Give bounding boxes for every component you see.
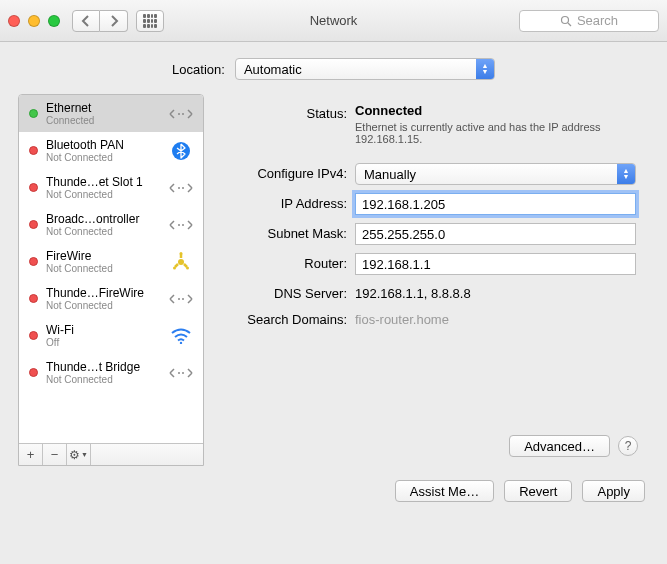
svg-point-14 [182,298,184,300]
status-dot-disconnected-icon [29,146,38,155]
bluetooth-icon [167,141,195,161]
add-interface-button[interactable]: + [19,444,43,465]
location-value: Automatic [244,62,302,77]
interface-item-ethernet[interactable]: Ethernet Connected [19,95,203,132]
search-placeholder: Search [577,13,618,28]
ip-address-label: IP Address: [217,193,355,211]
interface-name: Bluetooth PAN [46,138,167,152]
ethernet-icon [167,363,195,383]
content: Location: Automatic ▲▼ Ethernet Connecte… [0,42,667,514]
minimize-window-button[interactable] [28,15,40,27]
chevron-left-icon [81,15,91,27]
location-label: Location: [172,62,225,77]
interface-item-thunderbolt-firewire[interactable]: Thunde…FireWire Not Connected [19,280,203,317]
router-label: Router: [217,253,355,271]
gear-icon: ⚙ [69,448,80,462]
search-icon [560,15,572,27]
main-row: Ethernet Connected Bluetooth PAN Not Con… [18,94,649,466]
detail-pane: Status: Connected Ethernet is currently … [216,94,649,466]
configure-ipv4-select[interactable]: Manually ▲▼ [355,163,636,185]
svg-point-13 [178,298,180,300]
status-message: Ethernet is currently active and has the… [355,121,605,145]
status-dot-disconnected-icon [29,257,38,266]
interface-item-wifi[interactable]: Wi-Fi Off [19,317,203,354]
back-button[interactable] [72,10,100,32]
status-dot-disconnected-icon [29,368,38,377]
search-input[interactable]: Search [519,10,659,32]
ethernet-icon [167,215,195,235]
bottom-buttons: Assist Me… Revert Apply [18,480,649,502]
window-title: Network [310,13,358,28]
status-value: Connected [355,103,422,118]
dns-server-label: DNS Server: [217,283,355,301]
chevron-down-icon: ▼ [81,451,88,458]
forward-button[interactable] [100,10,128,32]
svg-point-11 [173,266,176,269]
svg-point-0 [561,16,568,23]
ip-address-input[interactable] [355,193,636,215]
interface-status: Not Connected [46,189,167,200]
svg-point-7 [178,224,180,226]
svg-point-8 [182,224,184,226]
revert-button[interactable]: Revert [504,480,572,502]
help-button[interactable]: ? [618,436,638,456]
interface-status: Not Connected [46,263,167,274]
svg-point-15 [180,341,182,343]
status-dot-disconnected-icon [29,294,38,303]
interface-text: Ethernet Connected [46,101,167,126]
search-domains-value: fios-router.home [355,309,648,327]
ethernet-icon [167,289,195,309]
interface-status: Not Connected [46,374,167,385]
interface-status: Not Connected [46,226,167,237]
firewire-icon [167,252,195,272]
close-window-button[interactable] [8,15,20,27]
location-select[interactable]: Automatic ▲▼ [235,58,495,80]
router-input[interactable] [355,253,636,275]
interface-item-thunderbolt-slot1[interactable]: Thunde…et Slot 1 Not Connected [19,169,203,206]
show-all-button[interactable] [136,10,164,32]
interface-status: Connected [46,115,167,126]
svg-point-17 [182,372,184,374]
interface-name: Wi-Fi [46,323,167,337]
select-arrows-icon: ▲▼ [617,164,635,184]
interface-name: Thunde…et Slot 1 [46,175,167,189]
advanced-button[interactable]: Advanced… [509,435,610,457]
status-label: Status: [217,103,355,121]
dns-server-value: 192.168.1.1, 8.8.8.8 [355,283,648,301]
titlebar: Network Search [0,0,667,42]
interface-text: Wi-Fi Off [46,323,167,348]
interface-item-firewire[interactable]: FireWire Not Connected [19,243,203,280]
location-row: Location: Automatic ▲▼ [18,58,649,80]
interface-item-bluetooth[interactable]: Bluetooth PAN Not Connected [19,132,203,169]
interface-name: Ethernet [46,101,167,115]
window-controls [8,15,60,27]
interface-item-thunderbolt-bridge[interactable]: Thunde…t Bridge Not Connected [19,354,203,391]
chevron-right-icon [109,15,119,27]
svg-point-9 [178,259,184,265]
svg-point-3 [182,113,184,115]
assist-me-button[interactable]: Assist Me… [395,480,494,502]
status-dot-disconnected-icon [29,220,38,229]
apply-button[interactable]: Apply [582,480,645,502]
interface-name: FireWire [46,249,167,263]
zoom-window-button[interactable] [48,15,60,27]
status-dot-disconnected-icon [29,183,38,192]
svg-point-6 [182,187,184,189]
nav-buttons [72,10,128,32]
interface-name: Thunde…FireWire [46,286,167,300]
interface-name: Broadc…ontroller [46,212,167,226]
interface-item-broadcom[interactable]: Broadc…ontroller Not Connected [19,206,203,243]
svg-point-10 [180,252,183,255]
interface-status: Off [46,337,167,348]
interface-sidebar: Ethernet Connected Bluetooth PAN Not Con… [18,94,204,466]
interface-actions-button[interactable]: ⚙▼ [67,444,91,465]
search-domains-label: Search Domains: [217,309,355,327]
svg-point-2 [178,113,180,115]
interface-text: Broadc…ontroller Not Connected [46,212,167,237]
sidebar-footer: + − ⚙▼ [19,443,203,465]
subnet-mask-input[interactable] [355,223,636,245]
svg-point-5 [178,187,180,189]
interface-text: Bluetooth PAN Not Connected [46,138,167,163]
interface-status: Not Connected [46,300,167,311]
remove-interface-button[interactable]: − [43,444,67,465]
